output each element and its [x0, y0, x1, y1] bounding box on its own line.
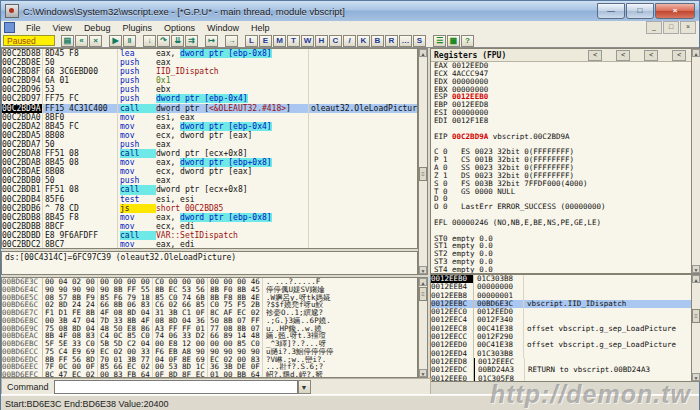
dump-hex-group[interactable]: 8B 4F 08 83	[43, 332, 98, 340]
debugging-options-button[interactable]: ▦	[447, 35, 460, 47]
stack-address[interactable]: 0012EEDC	[431, 366, 474, 374]
disasm-bytes[interactable]: FF51 08	[43, 185, 118, 194]
view-memory-button[interactable]: M	[273, 35, 286, 47]
disasm-comment[interactable]: oleaut32.OleLoadPicture	[309, 104, 417, 113]
register-line[interactable]: C 0 ES 0023 32bit 0(FFFFFFFF)	[431, 148, 700, 156]
menu-options[interactable]: Options	[158, 22, 201, 34]
stack-value[interactable]: 00BD6E3C	[474, 300, 524, 308]
disasm-instruction[interactable]: moveax, edi	[118, 240, 309, 249]
menu-window[interactable]: Window	[201, 22, 245, 34]
disasm-address[interactable]: 00C2BD94	[2, 76, 43, 85]
stack-desc[interactable]	[524, 333, 700, 341]
view-windows-button[interactable]: W	[301, 35, 314, 47]
disasm-instruction[interactable]: calldword ptr [ecx+0x8]	[118, 149, 309, 158]
dump-hex-group[interactable]: 70 01 3B 77	[98, 356, 153, 364]
disasm-row[interactable]: 00C2BDAE8B08movecx, dword ptr [eax]	[2, 167, 417, 176]
stack-value[interactable]: 0012EEEC	[474, 358, 525, 366]
dump-hex-group[interactable]: C0 75 F5 2B	[208, 301, 263, 309]
stack-value[interactable]: 0012F290	[474, 333, 524, 341]
dump-hex-group[interactable]: 85 66 EC 02	[98, 363, 153, 371]
disasm-instruction[interactable]: movecx, dword ptr [eax]	[118, 167, 309, 176]
animate-over-button[interactable]: ⇉	[185, 35, 198, 47]
disasm-comment[interactable]	[309, 185, 417, 194]
dump-address[interactable]: 00BD6ECC	[2, 348, 43, 356]
disasm-instruction[interactable]: movecx, dword ptr [eax]	[118, 131, 309, 140]
stack-value[interactable]: 0012F340	[474, 316, 524, 324]
disasm-bytes[interactable]: 8B45 FC	[43, 122, 118, 131]
disasm-row[interactable]: 00C2BD8E50pusheax	[2, 58, 417, 67]
view-handles-button[interactable]: H	[315, 35, 328, 47]
dump-address[interactable]: 00BD6EAC	[2, 332, 43, 340]
disasm-address[interactable]: 00C2BDC2	[2, 240, 43, 249]
disasm-address[interactable]: 00C2BDA5	[2, 131, 43, 140]
dump-hex-group[interactable]: 85 F6 79 18	[98, 294, 153, 302]
dump-ascii[interactable]: u膼i?.3鮰停停停停	[263, 348, 417, 356]
dump-ascii[interactable]: 岹?.兤d.崪?.籨	[263, 371, 417, 378]
disasm-bytes[interactable]: FF75 FC	[43, 94, 118, 103]
disasm-comment[interactable]	[309, 94, 417, 103]
register-line[interactable]: EFL 00000246 (NO,NB,E,BE,NS,PE,GE,LE)	[431, 219, 700, 227]
disasm-comment[interactable]	[309, 131, 417, 140]
dump-address[interactable]: 00BD6EFC	[2, 371, 43, 378]
disasm-bytes[interactable]: 50	[43, 176, 118, 185]
dump-row[interactable]: 00BD6EEC7F 0C 00 0F85 66 EC 0200 53 8D 1…	[2, 363, 417, 371]
disasm-comment[interactable]	[309, 222, 417, 231]
dump-address[interactable]: 00BD6EEC	[2, 363, 43, 371]
close-button[interactable]: ×	[655, 3, 695, 19]
disasm-instruction[interactable]: jsshort 00C2BD85	[118, 204, 309, 213]
disasm-instruction[interactable]: push0x1	[118, 76, 309, 85]
scroll-up-icon[interactable]: ▲	[419, 49, 427, 57]
open-file-button[interactable]: ▤	[61, 35, 74, 47]
disasm-comment[interactable]	[309, 49, 417, 58]
dump-hex-group[interactable]: 8B FF 56 8D	[43, 356, 98, 364]
stack-address[interactable]: 0012EEBC	[431, 300, 474, 308]
register-line[interactable]: T 0 GS 0000 NULL	[431, 188, 700, 196]
mdi-restore-button[interactable]: □	[663, 21, 679, 34]
dump-hex-group[interactable]: C4 0C 85 C0	[98, 332, 153, 340]
menu-debug[interactable]: Debug	[78, 22, 117, 34]
dump-row[interactable]: 00BD6E6C02 8D 24 2466 8B 06 83C6 02 66 8…	[2, 301, 417, 309]
dump-ascii[interactable]: .W嬹呂y.呀tk媽婲	[263, 294, 417, 302]
dump-row[interactable]: 00BD6ECC75 C4 E9 69EC 02 00 33F6 EB A8 9…	[2, 348, 417, 356]
disasm-row[interactable]: 00C2BDA750pusheax	[2, 140, 417, 149]
dump-row[interactable]: 00BD6EDC8B FF 56 8D70 01 3B 7704 0F 8E 6…	[2, 356, 417, 364]
stack-row[interactable]: 0012EECC0012F290	[431, 333, 700, 341]
stack-row[interactable]: 0012EEE001C305F8	[431, 375, 700, 382]
dump-hex-group[interactable]: 8C AF EC 02	[208, 309, 263, 317]
stack-value[interactable]: 01C303B8	[474, 350, 524, 358]
maximize-button[interactable]: □	[626, 3, 654, 19]
dump-ascii[interactable]: u..HP鑱..w.嬈	[263, 325, 417, 333]
disasm-instruction[interactable]: moveax, dword ptr [ebp-0x4]	[118, 122, 309, 131]
disasm-bytes[interactable]: 53	[43, 85, 118, 94]
register-line[interactable]: O 0 LastErr ERROR_SUCCESS (00000000)	[431, 203, 700, 211]
disasm-bytes[interactable]: 8B08	[43, 131, 118, 140]
dump-hex-group[interactable]: 8B EC 53 56	[153, 286, 208, 294]
stack-row[interactable]: 0012EEC800C41E38offset vbscript.g_sep_Lo…	[431, 325, 700, 333]
disasm-comment[interactable]	[309, 58, 417, 67]
stack-row[interactable]: 0012EEB400000000	[431, 283, 700, 291]
animate-into-button[interactable]: ⇊	[171, 35, 184, 47]
dump-hex-group[interactable]: 04 0F 8E 69	[153, 356, 208, 364]
dump-row[interactable]: 00BD6EBC5F 5E 33 C05B 5D C2 0400 E8 12 0…	[2, 340, 417, 348]
stack-address[interactable]: 0012EEE0	[431, 375, 474, 382]
stack-address[interactable]: 0012EEB8	[431, 292, 474, 300]
scrollbar-thumb[interactable]: ≡	[419, 287, 427, 301]
menu-file[interactable]: File	[20, 22, 47, 34]
disasm-comment[interactable]	[309, 231, 417, 240]
view-call-stack-button[interactable]: K	[357, 35, 370, 47]
disasm-instruction[interactable]: callVAR::SetIDispatch	[118, 231, 309, 240]
restart-button[interactable]: «	[75, 35, 88, 47]
pause-button[interactable]: ‖	[123, 35, 136, 47]
disasm-instruction[interactable]: pusheax	[118, 140, 309, 149]
disasm-instruction[interactable]: pusheax	[118, 176, 309, 185]
register-line[interactable]: ST1 empty 0.0	[431, 242, 700, 250]
collapse-column-button[interactable]: <	[588, 50, 602, 61]
scroll-down-icon[interactable]: ▼	[419, 369, 427, 377]
stack-desc[interactable]	[524, 316, 700, 324]
stack-value[interactable]: 00C41E38	[474, 325, 524, 333]
disasm-comment[interactable]	[309, 113, 417, 122]
view-executables-button[interactable]: E	[259, 35, 272, 47]
dump-hex-group[interactable]: C6 02 66 85	[153, 301, 208, 309]
disassembly-scrollbar[interactable]: ▲ ≡ ▼	[418, 48, 428, 275]
collapse-column-button[interactable]: <	[672, 50, 686, 61]
